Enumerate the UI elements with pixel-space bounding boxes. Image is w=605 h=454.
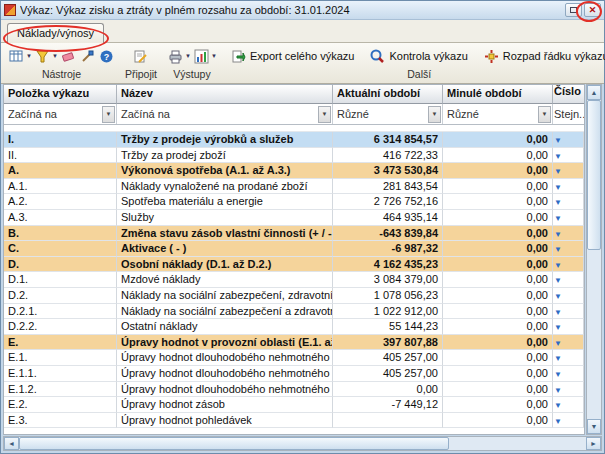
cell-previous-period: 0,00 [443,397,553,413]
filter-icon[interactable] [34,48,51,65]
attach-note-icon[interactable] [132,48,149,65]
row-detail-arrow-icon[interactable]: ▼ [554,136,562,145]
row-detail-arrow-icon[interactable]: ▼ [554,323,562,332]
maximize-button[interactable] [565,3,582,17]
cell-current-period: -7 449,12 [333,397,443,413]
filter-nazev[interactable]: Začíná na▼ [117,104,333,124]
table-row-a1[interactable]: A.1.Náklady vynaložené na prodané zboží2… [4,179,584,195]
cell-previous-period: 0,00 [443,350,553,366]
table-row-d22[interactable]: D.2.2.Ostatní náklady55 144,230,00▼ [4,319,584,335]
chevron-down-icon[interactable]: ▼ [428,106,441,123]
chart-icon[interactable] [193,48,210,65]
export-report-button[interactable]: Export celého výkazu [227,47,358,66]
table-row-i[interactable]: I.Tržby z prodeje výrobků a služeb6 314 … [4,132,584,148]
toolbar-group-label: Další [407,68,431,80]
cell-previous-period: 0,00 [443,163,553,179]
row-detail-arrow-icon[interactable]: ▼ [554,308,562,317]
filter-value: Začíná na [8,108,57,120]
cell-current-period: 1 022 912,00 [333,304,443,320]
table-row-e12[interactable]: E.1.2.Úpravy hodnot dlouhodobého nehmotn… [4,382,584,398]
column-header-cislo[interactable]: Číslo [553,85,584,104]
chevron-down-icon[interactable]: ▼ [102,106,115,123]
row-detail-arrow-icon[interactable]: ▼ [554,214,562,223]
row-detail-arrow-icon[interactable]: ▼ [554,276,562,285]
row-detail-arrow-icon[interactable]: ▼ [554,292,562,301]
table-row-e11[interactable]: E.1.1.Úpravy hodnot dlouhodobého nehmotn… [4,366,584,382]
scroll-up-icon[interactable]: ▲ [587,85,601,100]
help-icon[interactable]: ? [98,48,115,65]
chevron-down-icon[interactable]: ▼ [52,53,58,59]
close-button[interactable]: ✕ [584,3,601,17]
filter-minule[interactable]: Různé▼ [443,104,553,124]
table-options-icon[interactable] [8,48,25,65]
vertical-scroll-track[interactable] [587,250,601,419]
cell-current-period: 55 144,23 [333,319,443,335]
cell-item-code: C. [4,241,117,257]
toolbar-group-label: Nástroje [42,68,81,80]
vertical-scroll-thumb[interactable] [587,100,601,250]
row-detail-arrow-icon[interactable]: ▼ [554,230,562,239]
row-detail-arrow-icon[interactable]: ▼ [554,261,562,270]
toolbar-group-label: Výstupy [173,68,210,80]
row-detail-arrow-icon[interactable]: ▼ [554,401,562,410]
table-row-e3[interactable]: E.3.Úpravy hodnot pohledávek0,00▼ [4,413,584,429]
row-detail-arrow-icon[interactable]: ▼ [554,245,562,254]
table-row-e[interactable]: E.Úpravy hodnot v provozní oblasti (E.1.… [4,335,584,351]
table-row-d21[interactable]: D.2.1.Náklady na sociální zabezpečení a … [4,304,584,320]
table-row-a3[interactable]: A.3.Služby464 935,140,00▼ [4,210,584,226]
scroll-left-icon[interactable]: ◄ [4,437,19,450]
cell-cislo: ▼ [553,179,584,195]
cell-cislo: ▼ [553,413,584,429]
print-icon[interactable] [167,48,184,65]
chevron-down-icon[interactable]: ▼ [185,53,191,59]
table-row-a2[interactable]: A.2.Spotřeba materiálu a energie2 726 75… [4,194,584,210]
filter-cislo[interactable]: Stejn... [553,104,584,124]
table-row-e1[interactable]: E.1.Úpravy hodnot dlouhodobého nehmotnéh… [4,350,584,366]
tab-naklady-vynosy[interactable]: Náklady/výnosy [7,23,104,43]
grid-new-row-area [4,125,584,132]
table-row-b[interactable]: B.Změna stavu zásob vlastní činnosti (+ … [4,226,584,242]
cell-cislo: ▼ [553,226,584,242]
horizontal-scroll-thumb[interactable] [19,437,449,450]
eraser-icon[interactable] [60,48,77,65]
table-row-e2[interactable]: E.2.Úpravy hodnot zásob-7 449,120,00▼ [4,397,584,413]
row-detail-arrow-icon[interactable]: ▼ [554,183,562,192]
brush-icon[interactable] [79,48,96,65]
row-detail-arrow-icon[interactable]: ▼ [554,339,562,348]
cell-item-code: II. [4,148,117,164]
row-detail-arrow-icon[interactable]: ▼ [554,354,562,363]
row-detail-arrow-icon[interactable]: ▼ [554,370,562,379]
row-breakdown-button[interactable]: Rozpad řádku výkazu [480,47,605,66]
table-row-a[interactable]: A.Výkonová spotřeba (A.1. až A.3.)3 473 … [4,163,584,179]
filter-polozka[interactable]: Začíná na▼ [4,104,117,124]
row-detail-arrow-icon[interactable]: ▼ [554,198,562,207]
table-row-d1[interactable]: D.1.Mzdové náklady3 084 379,000,00▼ [4,272,584,288]
horizontal-scrollbar[interactable]: ◄ ► [3,436,602,451]
column-header-polozka[interactable]: Položka výkazu [4,85,117,104]
column-header-minule[interactable]: Minulé období [443,85,553,104]
cell-item-code: E. [4,335,117,351]
scroll-down-icon[interactable]: ▼ [587,419,601,434]
row-detail-arrow-icon[interactable]: ▼ [554,417,562,426]
column-header-aktualni[interactable]: Aktuální období [333,85,443,104]
cell-previous-period: 0,00 [443,179,553,195]
table-row-ii[interactable]: II.Tržby za prodej zboží416 722,330,00▼ [4,148,584,164]
table-row-d[interactable]: D.Osobní náklady (D.1. až D.2.)4 162 435… [4,257,584,273]
chevron-down-icon[interactable]: ▼ [318,106,331,123]
column-header-nazev[interactable]: Název [117,85,333,104]
vertical-scrollbar[interactable]: ▲ ▼ [586,84,602,435]
check-report-button[interactable]: Kontrola výkazu [366,47,470,66]
row-detail-arrow-icon[interactable]: ▼ [554,386,562,395]
row-detail-arrow-icon[interactable]: ▼ [554,152,562,161]
horizontal-scroll-track[interactable] [449,437,586,450]
table-row-d2[interactable]: D.2.Náklady na sociální zabezpečení, zdr… [4,288,584,304]
table-row-c[interactable]: C.Aktivace ( - )-6 987,320,00▼ [4,241,584,257]
cell-item-code: D.2.2. [4,319,117,335]
chevron-down-icon[interactable]: ▼ [211,53,217,59]
scroll-right-icon[interactable]: ► [586,437,601,450]
cell-cislo: ▼ [553,350,584,366]
row-detail-arrow-icon[interactable]: ▼ [554,167,562,176]
chevron-down-icon[interactable]: ▼ [26,53,32,59]
filter-aktualni[interactable]: Různé▼ [333,104,443,124]
chevron-down-icon[interactable]: ▼ [538,106,551,123]
